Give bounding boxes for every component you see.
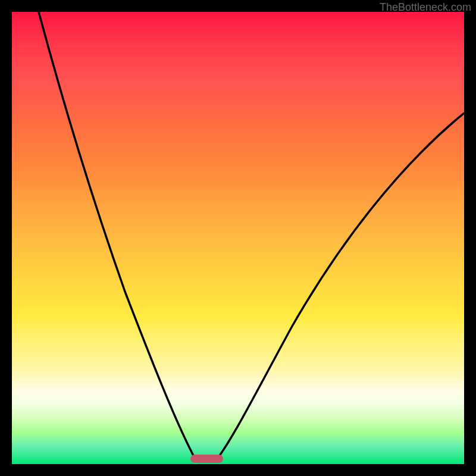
watermark-text: TheBottleneck.com [380,1,471,14]
right-curve-path [215,113,464,461]
left-curve-path [39,12,196,461]
chart-container [12,12,464,464]
optimal-marker [190,455,223,463]
curve-plot [12,12,464,464]
